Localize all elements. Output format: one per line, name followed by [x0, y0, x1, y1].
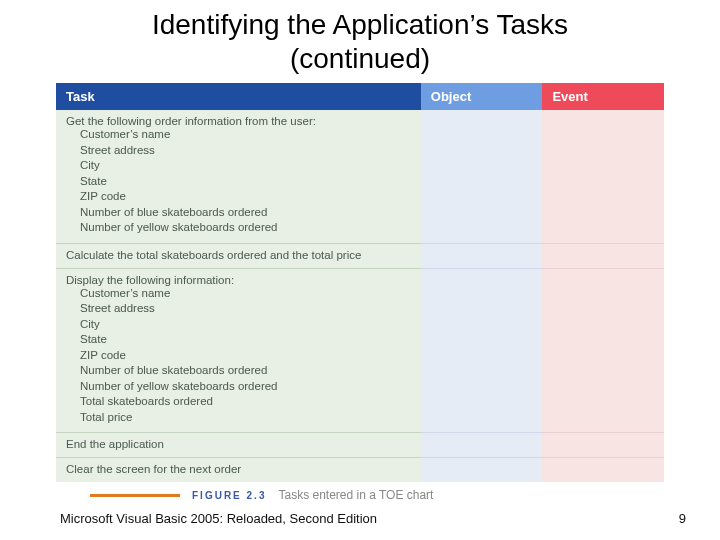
- toe-table: Task Object Event Get the following orde…: [56, 83, 664, 482]
- task-item: ZIP code: [80, 189, 411, 205]
- task-item: Number of yellow skateboards ordered: [80, 220, 411, 236]
- slide-title: Identifying the Application’s Tasks (con…: [0, 8, 720, 83]
- event-cell: [542, 243, 664, 268]
- event-cell: [542, 458, 664, 483]
- task-item: Number of blue skateboards ordered: [80, 205, 411, 221]
- task-lead: Display the following information:: [66, 274, 411, 286]
- figure-label: FIGURE 2.3: [192, 490, 266, 501]
- slide: Identifying the Application’s Tasks (con…: [0, 0, 720, 540]
- task-lead: Get the following order information from…: [66, 115, 411, 127]
- task-cell: End the application: [56, 433, 421, 458]
- table-row: End the application: [56, 433, 664, 458]
- table-row: Get the following order information from…: [56, 110, 664, 243]
- task-items: Customer’s nameStreet addressCityStateZI…: [66, 127, 411, 236]
- event-cell: [542, 110, 664, 243]
- table-row: Clear the screen for the next order: [56, 458, 664, 483]
- task-item: ZIP code: [80, 348, 411, 364]
- task-lead: End the application: [66, 438, 411, 450]
- task-lead: Calculate the total skateboards ordered …: [66, 249, 411, 261]
- object-cell: [421, 268, 543, 433]
- event-cell: [542, 433, 664, 458]
- task-cell: Display the following information:Custom…: [56, 268, 421, 433]
- toe-chart-figure: Task Object Event Get the following orde…: [56, 83, 664, 482]
- object-cell: [421, 243, 543, 268]
- task-item: Number of blue skateboards ordered: [80, 363, 411, 379]
- title-line1: Identifying the Application’s Tasks: [152, 9, 568, 40]
- object-cell: [421, 458, 543, 483]
- object-cell: [421, 110, 543, 243]
- figure-caption-row: FIGURE 2.3 Tasks entered in a TOE chart: [56, 488, 664, 502]
- task-item: Total skateboards ordered: [80, 394, 411, 410]
- table-row: Display the following information:Custom…: [56, 268, 664, 433]
- task-item: Street address: [80, 301, 411, 317]
- task-cell: Clear the screen for the next order: [56, 458, 421, 483]
- task-lead: Clear the screen for the next order: [66, 463, 411, 475]
- event-cell: [542, 268, 664, 433]
- footer-text: Microsoft Visual Basic 2005: Reloaded, S…: [60, 511, 377, 526]
- task-item: City: [80, 317, 411, 333]
- task-item: Customer’s name: [80, 286, 411, 302]
- table-header-row: Task Object Event: [56, 83, 664, 110]
- col-header-object: Object: [421, 83, 543, 110]
- title-line2: (continued): [290, 43, 430, 74]
- task-item: Customer’s name: [80, 127, 411, 143]
- task-cell: Get the following order information from…: [56, 110, 421, 243]
- task-item: Number of yellow skateboards ordered: [80, 379, 411, 395]
- figure-caption: Tasks entered in a TOE chart: [278, 488, 433, 502]
- task-cell: Calculate the total skateboards ordered …: [56, 243, 421, 268]
- slide-number: 9: [679, 511, 686, 526]
- task-item: Total price: [80, 410, 411, 426]
- col-header-task: Task: [56, 83, 421, 110]
- object-cell: [421, 433, 543, 458]
- caption-accent-bar: [90, 494, 180, 497]
- task-item: State: [80, 174, 411, 190]
- task-item: City: [80, 158, 411, 174]
- col-header-event: Event: [542, 83, 664, 110]
- toe-table-body: Get the following order information from…: [56, 110, 664, 482]
- task-items: Customer’s nameStreet addressCityStateZI…: [66, 286, 411, 426]
- task-item: State: [80, 332, 411, 348]
- task-item: Street address: [80, 143, 411, 159]
- table-row: Calculate the total skateboards ordered …: [56, 243, 664, 268]
